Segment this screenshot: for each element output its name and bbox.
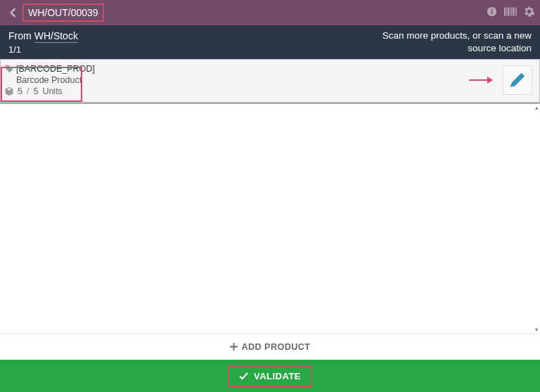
info-button[interactable] bbox=[487, 6, 497, 20]
check-icon bbox=[239, 372, 248, 380]
svg-rect-6 bbox=[510, 8, 510, 16]
svg-rect-9 bbox=[515, 8, 515, 16]
product-name: Barcode Product bbox=[16, 75, 95, 85]
svg-rect-10 bbox=[516, 8, 517, 16]
sub-header: From WH/Stock 1/1 Scan more products, or… bbox=[0, 25, 540, 59]
qty-total: 5 bbox=[33, 86, 38, 96]
settings-button[interactable] bbox=[524, 6, 534, 20]
scroll-up-icon[interactable]: ▴ bbox=[533, 104, 540, 111]
top-bar: WH/OUT/00039 bbox=[0, 0, 540, 25]
scroll-down-icon[interactable]: ▾ bbox=[533, 326, 540, 333]
lines-container: [BARCODE_PROD] Barcode Product 5 / 5 Uni… bbox=[0, 59, 540, 104]
add-product-label: ADD PRODUCT bbox=[242, 342, 311, 352]
chevron-left-icon bbox=[8, 8, 17, 18]
source-location[interactable]: WH/Stock bbox=[34, 30, 78, 43]
from-label: From bbox=[8, 30, 32, 41]
svg-rect-5 bbox=[508, 8, 509, 16]
svg-rect-2 bbox=[491, 8, 493, 10]
validate-button[interactable]: VALIDATE bbox=[0, 360, 540, 392]
scan-hint-line1: Scan more products, or scan a new bbox=[382, 30, 532, 42]
line-counter: 1/1 bbox=[8, 44, 78, 55]
pencil-icon bbox=[510, 73, 525, 87]
validate-highlight: VALIDATE bbox=[228, 365, 312, 387]
add-product-button[interactable]: ADD PRODUCT bbox=[0, 333, 540, 360]
info-circle-icon bbox=[487, 6, 497, 17]
barcode-icon bbox=[504, 7, 517, 16]
svg-rect-8 bbox=[513, 8, 514, 16]
plus-icon bbox=[230, 343, 238, 351]
svg-rect-1 bbox=[491, 11, 493, 14]
edit-line-button[interactable] bbox=[503, 65, 532, 95]
qty-separator: / bbox=[27, 86, 29, 96]
validate-label: VALIDATE bbox=[254, 371, 301, 381]
main-area: ▴ ▾ bbox=[0, 104, 540, 333]
arrow-right-icon bbox=[468, 71, 496, 89]
product-code: [BARCODE_PROD] bbox=[16, 64, 95, 74]
qty-uom: Units bbox=[42, 86, 62, 96]
qty-done: 5 bbox=[18, 86, 22, 96]
page-title: WH/OUT/00039 bbox=[28, 7, 98, 18]
back-button[interactable] bbox=[6, 6, 20, 20]
package-icon bbox=[5, 87, 13, 96]
scan-hint: Scan more products, or scan a new source… bbox=[382, 30, 532, 54]
svg-rect-7 bbox=[511, 8, 512, 16]
tag-icon bbox=[5, 65, 13, 73]
scan-hint-line2: source location bbox=[382, 42, 532, 55]
barcode-button[interactable] bbox=[504, 6, 517, 19]
title-highlight: WH/OUT/00039 bbox=[22, 4, 104, 22]
topbar-actions bbox=[487, 6, 534, 20]
svg-rect-3 bbox=[504, 8, 506, 16]
product-line[interactable]: [BARCODE_PROD] Barcode Product 5 / 5 Uni… bbox=[0, 59, 540, 103]
scrollbar[interactable]: ▴ ▾ bbox=[532, 104, 540, 333]
svg-rect-4 bbox=[506, 8, 507, 16]
gear-icon bbox=[524, 6, 534, 17]
